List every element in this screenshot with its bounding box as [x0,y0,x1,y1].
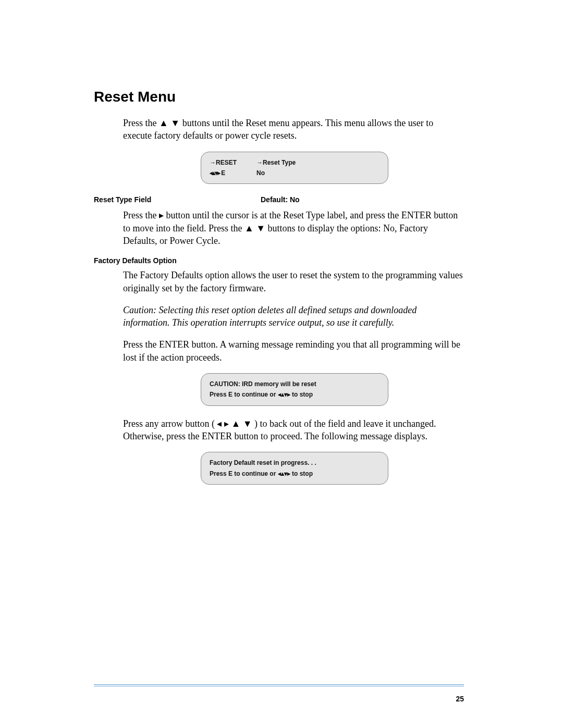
reset-type-field-default: Default: No [261,195,300,204]
lcd-caution: CAUTION: IRD memory will be reset Press … [201,373,388,406]
lcd-progress: Factory Default reset in progress. . . P… [201,452,388,485]
lcd-progress-line1: Factory Default reset in progress. . . [210,458,380,468]
lcd-row1-col1: →RESET [210,157,256,168]
lcd-row2-col2: No [256,168,265,178]
lcd-row1-col2: →Reset Type [256,157,296,168]
document-page: Reset Menu Press the ▲ ▼ buttons until t… [0,0,563,728]
lcd-caution-line1: CAUTION: IRD memory will be reset [210,379,380,389]
factory-defaults-label: Factory Defaults Option [94,256,464,265]
lcd-progress-line2: Press E to continue or ◂▴▾▸ to stop [210,468,380,479]
reset-type-field-paragraph: Press the ▸ button until the cursor is a… [123,209,464,247]
lcd-row2-col1: ◂▴▾▸ E [210,168,256,178]
arrow-instruction-paragraph: Press any arrow button ( ◂ ▸ ▲ ▼ ) to ba… [123,417,464,443]
lcd-caution-line2: Press E to continue or ◂▴▾▸ to stop [210,389,380,400]
factory-defaults-text2: Press the ENTER button. A warning messag… [123,338,464,364]
lcd-reset-menu: →RESET →Reset Type ◂▴▾▸ E No [201,152,388,184]
footer-divider [94,684,464,686]
intro-paragraph: Press the ▲ ▼ buttons until the Reset me… [123,117,464,142]
factory-defaults-caution: Caution: Selecting this reset option del… [123,304,464,329]
factory-defaults-text1: The Factory Defaults option allows the u… [123,269,464,294]
page-number: 25 [456,695,464,703]
reset-type-field-label: Reset Type Field [94,195,261,204]
page-title: Reset Menu [94,89,464,105]
reset-type-field-header: Reset Type Field Default: No [94,195,464,204]
